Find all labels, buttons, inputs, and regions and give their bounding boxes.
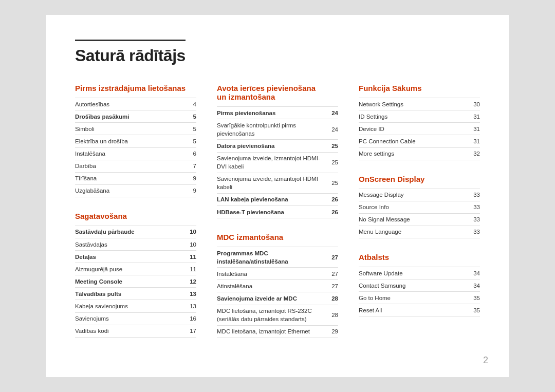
table-row: Darbība7: [75, 160, 196, 172]
section-1-2: SagatavošanaSastāvdaļu pārbaude10Sastāvd…: [75, 212, 196, 338]
row-label: Meeting Console: [75, 275, 184, 288]
row-page: 33: [468, 213, 480, 226]
table-row: Drošības pasākumi5: [75, 110, 196, 123]
row-page: 27: [326, 268, 338, 280]
row-label: HDBase-T pievienošana: [217, 206, 326, 218]
toc-table-3-1: Network Settings30ID Settings31Device ID…: [359, 98, 480, 160]
row-page: 26: [326, 193, 338, 206]
row-page: 10: [184, 238, 196, 251]
row-page: 9: [184, 172, 196, 184]
table-row: Vadības kodi17: [75, 325, 196, 337]
row-label: Device ID: [359, 123, 468, 135]
table-row: Reset All35: [359, 304, 480, 316]
row-label: Source Info: [359, 201, 468, 213]
row-page: 17: [184, 325, 196, 337]
row-page: 11: [184, 263, 196, 275]
row-page: 28: [326, 305, 338, 325]
row-page: 28: [326, 292, 338, 305]
toc-table-2-2: Programmas MDC instalēšana/atinstalēšana…: [217, 247, 338, 338]
row-page: 27: [326, 280, 338, 292]
table-row: Menu Language33: [359, 226, 480, 238]
row-label: Contact Samsung: [359, 279, 468, 292]
row-page: 31: [468, 123, 480, 135]
row-label: Menu Language: [359, 226, 468, 238]
row-page: 7: [184, 160, 196, 172]
section-title-2-2: MDC izmantošana: [217, 233, 338, 241]
row-page: 26: [326, 206, 338, 218]
table-row: Uzglabāšana9: [75, 184, 196, 197]
table-row: Meeting Console12: [75, 275, 196, 288]
table-row: PC Connection Cable31: [359, 135, 480, 147]
table-row: Sastāvdaļu pārbaude10: [75, 226, 196, 238]
section-2-1: Avota ierīces pievienošana un izmantošan…: [217, 84, 338, 218]
row-page: 31: [468, 135, 480, 147]
row-page: 5: [184, 110, 196, 123]
row-label: Darbība: [75, 160, 184, 172]
row-label: Vadības kodi: [75, 325, 184, 337]
row-label: Instalēšana: [217, 268, 326, 280]
section-title-1-1: Pirms izstrādājuma lietošanas: [75, 84, 196, 92]
table-row: Kabeļa savienojums13: [75, 300, 196, 312]
table-row: Autortiesības4: [75, 98, 196, 110]
row-label: Programmas MDC instalēšana/atinstalēšana: [217, 247, 326, 268]
row-page: 35: [468, 292, 480, 304]
toc-table-1-2: Sastāvdaļu pārbaude10Sastāvdaļas10Detaļa…: [75, 226, 196, 338]
column-2: Avota ierīces pievienošana un izmantošan…: [217, 84, 338, 352]
section-1-1: Pirms izstrādājuma lietošanasAutortiesīb…: [75, 84, 196, 197]
table-row: Source Info33: [359, 201, 480, 213]
row-page: 33: [468, 201, 480, 213]
row-label: Svarīgākie kontrolpunkti pirms pievienoš…: [217, 119, 326, 140]
row-label: Instalēšana: [75, 147, 184, 160]
table-row: Message Display33: [359, 189, 480, 201]
row-label: MDC lietošana, izmantojot Ethernet: [217, 325, 326, 338]
section-title-3-3: Atbalsts: [359, 253, 480, 262]
row-label: Savienojuma izveide, izmantojot HDMI kab…: [217, 173, 326, 193]
row-label: Detaļas: [75, 251, 184, 263]
table-row: Contact Samsung34: [359, 279, 480, 292]
row-label: Tālvadības pults: [75, 288, 184, 300]
row-label: Simboli: [75, 123, 184, 135]
row-label: Kabeļa savienojums: [75, 300, 184, 312]
row-page: 30: [468, 98, 480, 110]
row-label: Software Update: [359, 267, 468, 279]
row-label: Aizmugurējā puse: [75, 263, 184, 275]
table-row: Simboli5: [75, 123, 196, 135]
row-page: 33: [468, 226, 480, 238]
table-row: Aizmugurējā puse11: [75, 263, 196, 275]
row-page: 24: [326, 119, 338, 140]
table-row: Programmas MDC instalēšana/atinstalēšana…: [217, 247, 338, 268]
row-label: Autortiesības: [75, 98, 184, 110]
row-page: 25: [326, 173, 338, 193]
section-3-1: Funkcija SākumsNetwork Settings30ID Sett…: [359, 84, 480, 160]
row-page: 4: [184, 98, 196, 110]
section-title-3-2: OnScreen Display: [359, 175, 480, 183]
table-row: Savienojuma izveide, izmantojot HDMI kab…: [217, 173, 338, 193]
page-title: Saturā rādītājs: [75, 46, 186, 65]
row-page: 16: [184, 312, 196, 325]
toc-table-2-1: Pirms pievienošanas24Svarīgākie kontrolp…: [217, 106, 338, 218]
title-bar: Saturā rādītājs: [75, 40, 186, 65]
row-page: 13: [184, 288, 196, 300]
row-page: 25: [326, 152, 338, 173]
row-label: Network Settings: [359, 98, 468, 110]
section-3-2: OnScreen DisplayMessage Display33Source …: [359, 175, 480, 238]
table-row: No Signal Message33: [359, 213, 480, 226]
row-label: Reset All: [359, 304, 468, 316]
table-row: More settings32: [359, 147, 480, 160]
row-label: MDC lietošana, izmantojot RS-232C (seriā…: [217, 305, 326, 325]
row-page: 31: [468, 110, 480, 123]
row-label: Savienojuma izveide, izmantojot HDMI-DVI…: [217, 152, 326, 173]
table-row: HDBase-T pievienošana26: [217, 206, 338, 218]
row-label: No Signal Message: [359, 213, 468, 226]
row-label: Savienojuma izveide ar MDC: [217, 292, 326, 305]
row-page: 13: [184, 300, 196, 312]
page: Saturā rādītājs Pirms izstrādājuma lieto…: [46, 15, 509, 377]
row-label: Message Display: [359, 189, 468, 201]
table-row: Network Settings30: [359, 98, 480, 110]
row-label: LAN kabeļa pievienošana: [217, 193, 326, 206]
table-row: Tīrīšana9: [75, 172, 196, 184]
row-label: Elektrība un drošība: [75, 135, 184, 147]
table-row: Pirms pievienošanas24: [217, 107, 338, 119]
table-row: Savienojuma izveide, izmantojot HDMI-DVI…: [217, 152, 338, 173]
table-row: Instalēšana6: [75, 147, 196, 160]
